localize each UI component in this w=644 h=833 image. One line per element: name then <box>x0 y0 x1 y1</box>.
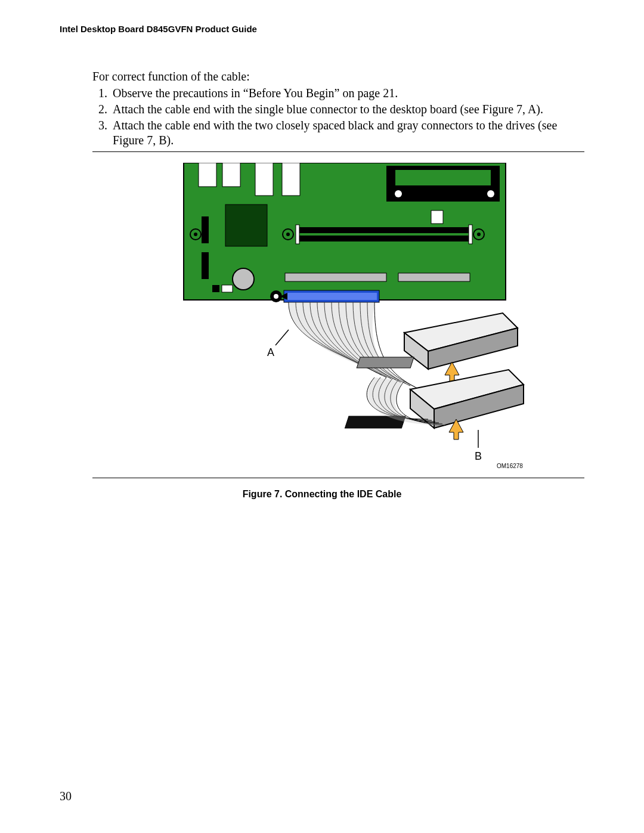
figure-image-id: OM16278 <box>497 463 523 469</box>
svg-rect-6 <box>395 170 491 185</box>
svg-marker-34 <box>445 362 459 382</box>
svg-line-37 <box>275 330 289 345</box>
figure-7: A B OM16278 <box>92 163 584 475</box>
svg-rect-19 <box>469 225 472 244</box>
svg-point-8 <box>487 190 494 197</box>
step-3: Attach the cable end with the two closel… <box>110 118 584 148</box>
figure-label-a: A <box>267 346 274 358</box>
figure-7-illustration: A B OM16278 <box>148 163 530 473</box>
svg-rect-9 <box>431 210 443 224</box>
figure-label-b: B <box>475 450 482 462</box>
step-2: Attach the cable end with the single blu… <box>110 102 584 117</box>
step-1: Observe the precautions in “Before You B… <box>110 86 584 101</box>
svg-rect-21 <box>202 216 209 243</box>
svg-rect-3 <box>255 163 273 196</box>
svg-rect-20 <box>225 205 267 246</box>
svg-rect-16 <box>297 227 470 233</box>
svg-rect-26 <box>285 273 386 281</box>
svg-rect-25 <box>222 285 233 292</box>
svg-point-11 <box>194 233 197 236</box>
svg-point-13 <box>286 233 290 236</box>
intro-text: For correct function of the cable: <box>92 70 584 83</box>
svg-rect-18 <box>296 225 299 244</box>
svg-point-32 <box>274 294 278 299</box>
svg-rect-4 <box>282 163 300 196</box>
svg-rect-24 <box>212 285 219 292</box>
svg-rect-33 <box>357 357 414 368</box>
svg-rect-1 <box>199 163 216 187</box>
svg-point-15 <box>477 233 481 236</box>
svg-rect-27 <box>398 273 470 281</box>
page: Intel Desktop Board D845GVFN Product Gui… <box>0 0 644 833</box>
divider-top <box>92 151 584 152</box>
svg-rect-2 <box>222 163 240 187</box>
svg-rect-22 <box>202 252 209 279</box>
running-header: Intel Desktop Board D845GVFN Product Gui… <box>60 24 584 34</box>
svg-rect-29 <box>286 293 377 300</box>
figure-caption: Figure 7. Connecting the IDE Cable <box>60 489 584 500</box>
divider-bottom <box>92 478 584 478</box>
svg-point-7 <box>395 190 402 197</box>
svg-rect-17 <box>297 236 470 241</box>
steps-list: Observe the precautions in “Before You B… <box>92 86 584 148</box>
page-number: 30 <box>60 789 72 803</box>
svg-point-23 <box>233 268 254 290</box>
